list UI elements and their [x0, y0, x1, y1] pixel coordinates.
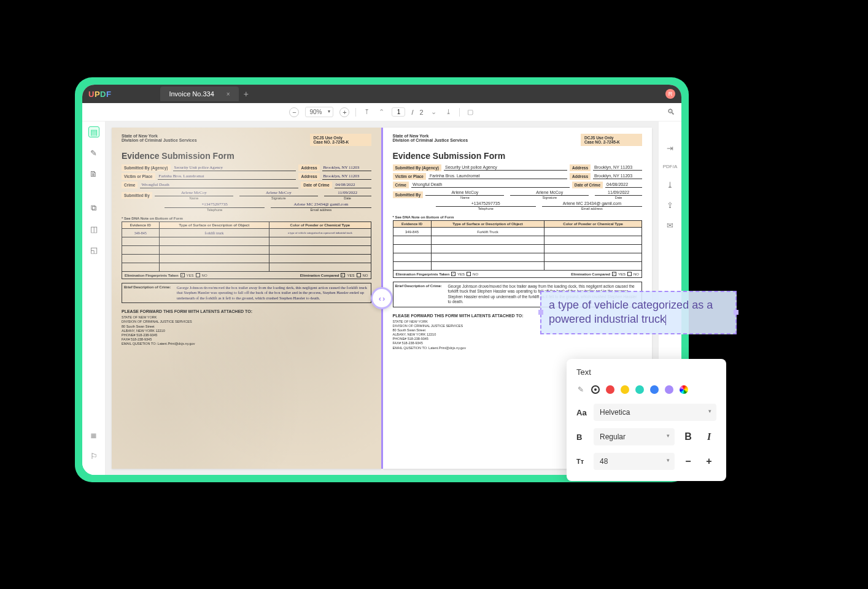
color-current[interactable] [591, 385, 600, 394]
page-separator: / [411, 109, 413, 116]
elimination-row: Elimination Fingerprints Taken ✓YES NO E… [122, 272, 371, 279]
color-row: ✎ [576, 385, 716, 394]
state-header: State of New York [122, 134, 197, 138]
panel-title: Text [576, 368, 716, 377]
color-red[interactable] [606, 385, 614, 394]
edit-text-icon[interactable]: 🗎 [88, 168, 99, 179]
organize-icon[interactable]: ⧉ [88, 202, 99, 214]
division-header: Division of Criminal Justice Services [122, 138, 197, 142]
last-page-icon[interactable]: ⤓ [444, 108, 453, 116]
editing-text[interactable]: a type of vehicle categorized as a power… [549, 299, 713, 325]
font-icon: Aa [576, 408, 587, 417]
color-yellow[interactable] [621, 385, 629, 394]
text-cursor [665, 315, 666, 325]
size-increase-button[interactable]: + [702, 454, 716, 469]
color-teal[interactable] [635, 385, 644, 394]
weight-icon: B [576, 433, 587, 442]
top-toolbar: − 90% + ⤒ ⌃ / 2 ⌄ ⤓ ▢ 🔍︎ [82, 103, 681, 121]
color-purple[interactable] [665, 385, 673, 394]
page-total: 2 [419, 109, 423, 116]
document-tab[interactable]: Invoice No.334 × [160, 87, 238, 101]
zoom-in-button[interactable]: + [339, 107, 349, 117]
text-format-panel: Text ✎ Aa Helvetica B Regular B I Tт 48 … [567, 359, 726, 481]
color-blue[interactable] [650, 385, 659, 394]
compare-slider-handle[interactable]: ‹› [371, 287, 393, 309]
text-edit-selection[interactable]: a type of vehicle categorized as a power… [540, 291, 737, 334]
bookmark-icon[interactable]: ⚐ [88, 450, 99, 461]
color-settings-icon[interactable]: ✎ [576, 385, 585, 394]
description-box: Brief Description of Crime: George Johns… [122, 283, 371, 303]
compress-icon[interactable]: ⤓ [667, 180, 673, 190]
address-block: STATE OF NEW YORK DIVISION OF CRIMINAL J… [122, 315, 371, 346]
resize-handle-left[interactable] [538, 310, 543, 315]
size-select[interactable]: 48 [594, 453, 675, 470]
evidence-table: Evidence IDType of Surface or Descriptio… [122, 221, 371, 272]
size-icon: Tт [576, 458, 587, 465]
export-icon[interactable]: ⇥ [667, 144, 673, 153]
titlebar: UPDF Invoice No.334 × + R [82, 85, 681, 103]
bold-button[interactable]: B [681, 429, 696, 444]
color-picker-icon[interactable] [680, 385, 688, 394]
reader-tool-icon[interactable]: ▤ [88, 126, 99, 137]
first-page-icon[interactable]: ⤒ [362, 108, 371, 116]
search-icon[interactable]: 🔍︎ [667, 107, 675, 117]
tab-label: Invoice No.334 [169, 90, 214, 98]
layers-icon[interactable]: ≣ [88, 429, 99, 441]
mail-icon[interactable]: ✉ [667, 221, 673, 230]
size-decrease-button[interactable]: − [681, 454, 696, 469]
page-input[interactable] [392, 107, 405, 117]
italic-button[interactable]: I [702, 429, 716, 444]
left-tool-rail: ▤ ✎ 🗎 ⧉ ◫ ◱ ≣ ⚐ [82, 121, 106, 475]
page-left-scanned: State of New York Division of Criminal J… [112, 128, 381, 469]
compare-divider[interactable]: ‹› [381, 128, 383, 469]
font-select[interactable]: Helvetica [594, 404, 716, 421]
new-tab-button[interactable]: + [244, 89, 249, 99]
zoom-select[interactable]: 90% [305, 107, 333, 117]
resize-handle-right[interactable] [734, 310, 738, 315]
weight-select[interactable]: Regular [594, 428, 675, 445]
zoom-out-button[interactable]: − [289, 107, 299, 117]
ocr-icon[interactable]: ◱ [88, 244, 99, 255]
annotate-icon[interactable]: ✎ [88, 147, 99, 158]
presentation-icon[interactable]: ▢ [466, 108, 475, 116]
user-avatar[interactable]: R [665, 89, 675, 99]
pdfa-icon[interactable]: PDF/A [663, 164, 678, 169]
case-box: DCJS Use Only Case NO. 2-7245-K [310, 134, 371, 146]
next-page-icon[interactable]: ⌄ [430, 108, 438, 116]
tab-close-icon[interactable]: × [227, 91, 230, 98]
prev-page-icon[interactable]: ⌃ [377, 108, 386, 116]
app-logo: UPDF [88, 90, 111, 99]
form-title: Evidence Submission Form [122, 151, 371, 161]
crop-icon[interactable]: ◫ [88, 223, 99, 234]
share-icon[interactable]: ⇪ [667, 201, 673, 210]
